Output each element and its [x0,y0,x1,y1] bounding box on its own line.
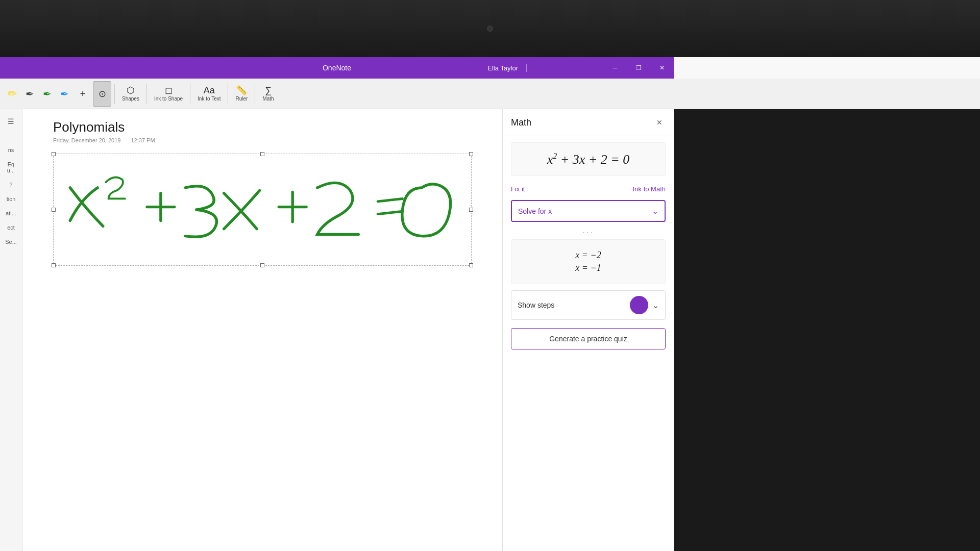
solution-line-2: x = −1 [520,263,657,273]
solution-line-1: x = −2 [520,250,657,261]
math-button[interactable]: ∑ Math [258,81,278,107]
close-math-panel-button[interactable]: ✕ [653,116,666,129]
show-steps-button[interactable]: Show steps ⌄ [511,290,666,320]
math-label: Math [262,96,274,102]
sidebar-label-ect: ect [7,224,15,231]
sidebar-label-se: Se... [5,239,17,245]
sidebar-item-ect[interactable]: ect [2,221,20,234]
dots-separator: ··· [503,226,674,239]
sidebar-item-q[interactable]: ? [2,179,20,191]
math-panel: Math ✕ x2 + 3x + 2 = 0 Fix it Ink to Mat… [502,109,674,551]
handwritten-equation [54,154,471,265]
sidebar-label-ati: ati... [6,210,16,216]
equation-canvas[interactable] [53,154,472,266]
solution-box: x = −2 x = −1 [511,239,666,284]
math-icon: ∑ [265,86,272,95]
close-icon: ✕ [656,118,663,127]
shapes-label: Shapes [122,96,139,102]
shapes-button[interactable]: ⬡ Shapes [118,81,143,107]
ink-to-shape-label: Ink to Shape [154,96,183,102]
app-title: OneNote [323,64,351,72]
pen-tool-blue[interactable]: ✒ [56,82,72,106]
page-title: Polynomials [53,119,472,135]
ruler-label: Ruler [235,96,248,102]
title-bar-extension [674,57,980,79]
ink-to-math-link[interactable]: Ink to Math [633,185,666,193]
page-time: 12:37 PM [131,137,155,143]
steps-chevron-icon: ⌄ [652,300,659,310]
laptop-frame [0,0,980,57]
ruler-button[interactable]: 📏 Ruler [231,81,252,107]
math-panel-header: Math ✕ [503,109,674,136]
ink-to-shape-icon: ◻ [165,86,173,95]
ruler-icon: 📏 [236,86,247,95]
pen-tool-green[interactable]: ✒ [39,82,55,106]
user-info: Ella Taylor [487,64,531,72]
webcam [487,26,493,32]
sidebar-item-se[interactable]: Se... [2,236,20,248]
window-controls: ─ ❐ ✕ [603,57,674,79]
math-panel-title: Math [511,117,531,128]
notes-side-panel: ☰ ns Equ... ? tion ati... ect Se... [0,109,22,551]
sidebar-label-q: ? [9,182,12,188]
lasso-select-button[interactable]: ⊙ [93,81,111,107]
ink-to-shape-button[interactable]: ◻ Ink to Shape [150,81,187,107]
sidebar-label-equ: Equ... [4,161,18,173]
practice-quiz-label: Generate a practice quiz [549,335,627,343]
formula-actions: Fix it Ink to Math [503,182,674,196]
sidebar-item-ns[interactable]: ns [2,144,20,156]
sidebar-label-tion: tion [7,196,16,202]
plus-icon: + [80,89,86,98]
pen-tool-dark[interactable]: ✒ [21,82,38,106]
toolbar-sep-4 [228,84,228,104]
close-button[interactable]: ✕ [650,57,674,79]
separator [526,64,527,72]
sidebar-item-ati[interactable]: ati... [2,207,20,219]
toolbar-sep-2 [146,84,147,104]
lasso-icon: ⊙ [99,89,106,98]
sidebar-item-equ[interactable]: Equ... [2,158,20,177]
sidebar-label-ns: ns [8,147,14,153]
main-content: Polynomials Friday, December 20, 2019 12… [22,109,502,551]
add-pen-button[interactable]: + [74,81,92,107]
page-meta: Friday, December 20, 2019 12:37 PM [53,137,472,143]
formula-text: x2 + 3x + 2 = 0 [520,151,657,167]
purple-circle-indicator [630,296,648,314]
ink-to-text-icon: Aa [204,86,215,95]
shapes-icon: ⬡ [127,86,135,95]
solve-for-dropdown[interactable]: Solve for x ⌄ [511,200,666,222]
ink-to-text-button[interactable]: Aa Ink to Text [193,81,225,107]
page-date: Friday, December 20, 2019 [53,137,120,143]
show-steps-right: ⌄ [630,296,659,314]
formula-display: x2 + 3x + 2 = 0 [511,142,666,176]
solve-for-label: Solve for x [518,207,552,215]
highlighter-tool[interactable]: ✏ [4,82,20,106]
ink-to-text-label: Ink to Text [198,96,220,102]
title-bar: OneNote Ella Taylor ─ ❐ ✕ [0,57,674,79]
page-header: Polynomials Friday, December 20, 2019 12… [22,109,502,148]
user-name: Ella Taylor [487,64,518,72]
toolbar: ✏ ✒ ✒ ✒ + ⊙ ⬡ Shapes ◻ Ink to Shape Aa I… [0,79,674,109]
show-steps-label: Show steps [518,301,554,309]
notes-menu-icon[interactable]: ☰ [3,113,19,130]
minimize-button[interactable]: ─ [603,57,627,79]
practice-quiz-button[interactable]: Generate a practice quiz [511,328,666,349]
sidebar-item-tion[interactable]: tion [2,193,20,205]
toolbar-sep-5 [255,84,255,104]
toolbar-sep-3 [190,84,190,104]
toolbar-sep-1 [114,84,115,104]
restore-button[interactable]: ❐ [627,57,650,79]
fix-it-link[interactable]: Fix it [511,185,525,193]
solve-chevron-icon: ⌄ [652,206,658,216]
